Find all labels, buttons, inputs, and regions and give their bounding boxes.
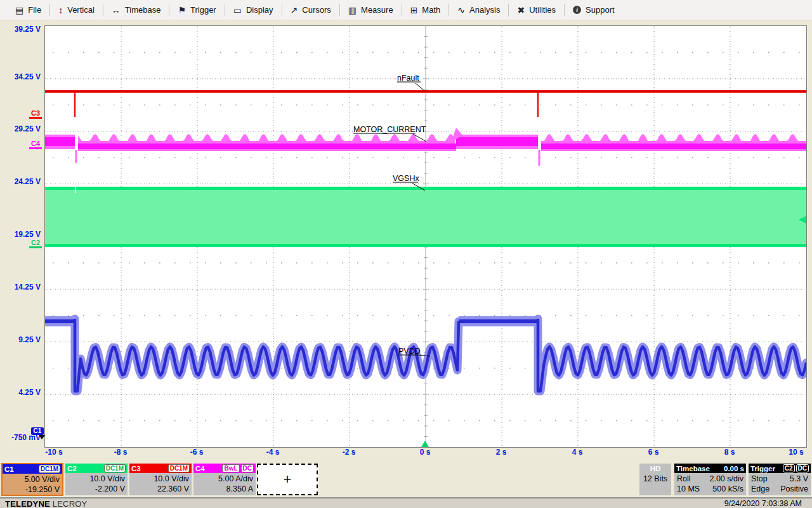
timebase-title: Timebase: [676, 465, 710, 472]
menu-item-label: Math: [422, 5, 440, 15]
x-axis-label: -6 s: [190, 448, 204, 457]
menu-item-label: Cursors: [302, 5, 331, 15]
utilities-icon: ✖: [517, 6, 525, 15]
channel-header: C2DC1M: [65, 464, 128, 473]
channel-descriptor-c2[interactable]: C2DC1M10.0 V/div-2.200 V: [65, 464, 128, 495]
menu-item-vertical[interactable]: ↕Vertical: [51, 0, 102, 20]
menu-item-label: Trigger: [190, 5, 216, 15]
menu-item-label: File: [28, 5, 41, 15]
channel-marker-line: [29, 117, 42, 119]
channel-settings: 10.0 V/div-2.200 V: [65, 473, 128, 495]
brand-teledyne: TELEDYNE: [5, 499, 50, 508]
trigger-title: Trigger: [750, 465, 775, 472]
x-axis-label: 2 s: [496, 448, 507, 457]
channel-offset: 8.350 A: [196, 484, 253, 494]
x-axis-label: 6 s: [648, 448, 659, 457]
timebase-mode: Roll: [677, 474, 691, 484]
menu-divider: [282, 4, 282, 17]
waveform-grid[interactable]: nFaultMOTOR_CURRENTVGSHxPVDD: [44, 25, 807, 448]
y-axis-label: 29.25 V: [0, 124, 41, 133]
cursors-icon: ↗: [291, 6, 298, 15]
x-axis-label: -8 s: [114, 448, 128, 457]
menu-item-support[interactable]: iSupport: [565, 0, 622, 20]
status-bar: TELEDYNE LECROY 9/24/2020 7:03:38 AM: [0, 497, 812, 508]
menu-item-cursors[interactable]: ↗Cursors: [283, 0, 339, 20]
menu-item-display[interactable]: ▭Display: [226, 0, 281, 20]
y-axis-label: 34.25 V: [0, 72, 41, 81]
trigger-icon: ⚑: [178, 6, 186, 15]
file-icon: ▤: [15, 6, 23, 15]
menu-item-math[interactable]: ⊞Math: [403, 0, 449, 20]
channel-name: C4: [195, 465, 205, 472]
menu-item-analysis[interactable]: ∿Analysis: [450, 0, 508, 20]
coupling-badge: DC1M: [104, 464, 126, 472]
channel-header: C4BwLDC: [193, 464, 256, 473]
menu-item-measure[interactable]: ▥Measure: [341, 0, 401, 20]
menu-divider: [49, 4, 50, 17]
trigger-coupling-badge: DC: [796, 464, 809, 472]
menu-item-utilities[interactable]: ✖Utilities: [509, 0, 563, 20]
timebase-descriptor[interactable]: Timebase 0.00 s Roll 2.00 s/div 10 MS 50…: [674, 464, 746, 495]
channel-marker-c2[interactable]: C2: [28, 239, 43, 248]
menu-item-label: Support: [586, 5, 615, 15]
datetime: 9/24/2020 7:03:38 AM: [724, 499, 802, 508]
menu-item-label: Utilities: [529, 5, 556, 15]
coupling-badge: DC1M: [39, 465, 60, 473]
menu-divider: [508, 4, 509, 17]
channel-descriptor-c3[interactable]: C3DC1M10.0 V/div22.360 V: [129, 464, 192, 495]
hd-title: HD: [650, 465, 661, 472]
menu-bar: ▤File↕Vertical↔Timebase⚑Trigger▭Display↗…: [0, 0, 812, 20]
y-axis-label: 9.25 V: [0, 335, 41, 344]
oscilloscope-app: { "menu": { "items": [ {"name":"file","l…: [0, 0, 812, 508]
trigger-position-marker[interactable]: [421, 441, 429, 447]
channel-marker-c4[interactable]: C4: [28, 140, 43, 149]
x-axis-label: 0 s: [420, 448, 431, 457]
channel-descriptor-c1[interactable]: C1DC1M5.00 V/div-19.250 V: [1, 463, 63, 496]
timebase-header: Timebase 0.00 s: [674, 464, 746, 473]
menu-item-label: Measure: [361, 5, 393, 15]
hd-descriptor[interactable]: HD 12 Bits: [639, 464, 671, 495]
channel-descriptor-c4[interactable]: C4BwLDC5.00 A/div8.350 A: [193, 464, 256, 495]
timebase-body: Roll 2.00 s/div 10 MS 500 kS/s: [674, 473, 746, 495]
menu-divider: [169, 4, 169, 17]
menu-item-label: Vertical: [67, 5, 95, 15]
menu-divider: [103, 4, 103, 17]
vertical-icon: ↕: [58, 6, 63, 15]
channel-settings: 5.00 V/div-19.250 V: [3, 474, 62, 495]
menu-item-trigger[interactable]: ⚑Trigger: [170, 0, 223, 20]
menu-item-label: Timebase: [125, 5, 161, 15]
channel-name: C3: [131, 465, 141, 472]
menu-divider: [402, 4, 402, 17]
x-axis-label: -10 s: [45, 448, 62, 457]
trigger-body: Stop 5.3 V Edge Positive: [749, 473, 811, 495]
channel-marker-c3[interactable]: C3: [28, 109, 43, 119]
svg-text:MOTOR_CURRENT: MOTOR_CURRENT: [353, 125, 426, 134]
trigger-descriptor[interactable]: Trigger C2 DC Stop 5.3 V Edge Positive: [749, 464, 811, 495]
hd-bits: 12 Bits: [639, 473, 671, 495]
channel-marker-c1[interactable]: C1: [31, 427, 44, 435]
channel-marker-line: [29, 246, 42, 248]
y-axis-label: 14.25 V: [0, 283, 41, 291]
plot-svg: nFaultMOTOR_CURRENTVGSHxPVDD: [45, 26, 806, 447]
coupling-badge: DC: [241, 464, 254, 472]
channel-name: C1: [4, 465, 14, 473]
channel-marker-line: [29, 147, 42, 149]
volts-per-div: 10.0 V/div: [68, 474, 125, 484]
add-trace-button[interactable]: +: [257, 464, 318, 495]
math-icon: ⊞: [410, 6, 418, 15]
menu-item-file[interactable]: ▤File: [8, 0, 49, 20]
menu-divider: [564, 4, 565, 17]
hd-header: HD: [639, 464, 671, 473]
trigger-state: Stop: [751, 474, 768, 484]
channel-header: C1DC1M: [3, 464, 62, 474]
channel-marker-pointer: [39, 435, 45, 439]
display-icon: ▭: [233, 6, 242, 15]
menu-divider: [339, 4, 340, 17]
menu-item-timebase[interactable]: ↔Timebase: [104, 0, 169, 20]
y-axis-label: 19.25 V: [0, 230, 41, 239]
trigger-type: Edge: [751, 484, 769, 494]
trigger-source-badge: C2: [783, 464, 795, 472]
menu-item-label: Analysis: [469, 5, 500, 15]
x-axis-label: 10 s: [789, 448, 803, 457]
volts-per-div: 5.00 V/div: [5, 474, 60, 485]
